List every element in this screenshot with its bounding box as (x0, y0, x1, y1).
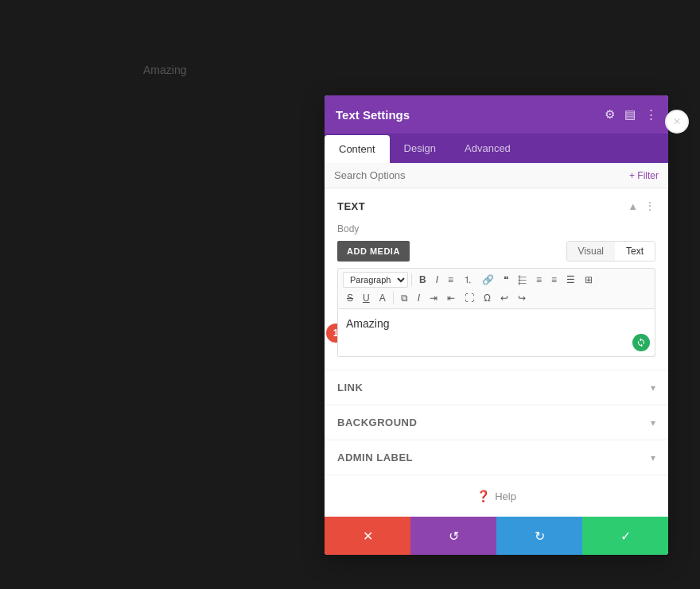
tab-design[interactable]: Design (390, 134, 450, 162)
background-chevron-icon: ▾ (651, 417, 655, 428)
text-section-header[interactable]: Text ▲ ⋮ (325, 188, 668, 223)
sync-badge (632, 334, 650, 351)
tab-content[interactable]: Content (325, 135, 390, 163)
text-section: Text ▲ ⋮ Body ADD MEDIA Visual Text (325, 188, 668, 370)
text-view-button[interactable]: Text (615, 242, 655, 261)
admin-label-section-header[interactable]: Admin Label ▾ (325, 440, 668, 475)
settings-icon[interactable]: ⚙ (605, 107, 615, 122)
admin-label-section: Admin Label ▾ (325, 440, 668, 475)
separator-1 (411, 273, 412, 286)
redo-button[interactable]: ↻ (496, 517, 582, 555)
canvas-area: Amazing (0, 0, 326, 589)
special-char-button[interactable]: Ω (480, 291, 495, 305)
filter-button[interactable]: + Filter (629, 170, 659, 181)
paste-button[interactable]: ⧉ (397, 291, 412, 305)
tab-advanced[interactable]: Advanced (450, 134, 525, 162)
view-toggle: Visual Text (566, 241, 655, 262)
search-input[interactable] (334, 169, 629, 181)
columns-icon[interactable]: ▤ (624, 107, 636, 122)
help-icon: ❓ (476, 490, 490, 502)
italic-button[interactable]: I (432, 273, 442, 287)
settings-panel: Text Settings ⚙ ▤ ⋮ Content Design Advan… (325, 95, 668, 555)
chevron-up-icon: ▲ (628, 200, 638, 212)
ul-button[interactable]: ≡ (444, 273, 457, 287)
admin-label-title: Admin Label (337, 451, 413, 463)
align-justify-button[interactable]: ☰ (562, 273, 579, 287)
table-button[interactable]: ⊞ (581, 273, 597, 287)
panel-footer: ✕ ↺ ↻ ✓ (325, 517, 668, 555)
separator-2 (393, 292, 394, 304)
help-area: ❓ Help (325, 475, 668, 517)
close-panel-button[interactable]: ✕ (665, 110, 689, 134)
visual-view-button[interactable]: Visual (567, 242, 615, 261)
undo-editor-button[interactable]: ↩ (496, 291, 512, 305)
panel-title: Text Settings (336, 108, 410, 122)
canvas-text: Amazing (143, 64, 186, 76)
editor-area[interactable]: Amazing (337, 309, 655, 357)
link-button[interactable]: 🔗 (478, 273, 498, 287)
link-section-header[interactable]: Link ▾ (325, 370, 668, 405)
background-section-header[interactable]: Background ▾ (325, 405, 668, 440)
background-section: Background ▾ (325, 405, 668, 440)
ol-button[interactable]: ⒈ (459, 273, 476, 287)
cancel-button[interactable]: ✕ (325, 517, 410, 555)
save-button[interactable]: ✓ (582, 517, 668, 555)
add-media-button[interactable]: ADD MEDIA (337, 241, 410, 262)
indent-button[interactable]: ⇥ (426, 291, 441, 305)
help-text[interactable]: Help (495, 490, 516, 502)
text-section-content: Body ADD MEDIA Visual Text Paragraph Hea… (325, 223, 668, 370)
background-section-title: Background (337, 417, 417, 428)
admin-label-chevron-icon: ▾ (651, 452, 655, 463)
italic2-button[interactable]: I (414, 291, 424, 305)
search-bar: + Filter (325, 163, 668, 188)
align-left-button[interactable]: ⬱ (514, 273, 531, 287)
fullscreen-button[interactable]: ⛶ (461, 291, 478, 305)
undo-button[interactable]: ↺ (410, 517, 496, 555)
text-section-title: Text (337, 200, 365, 212)
strikethrough-button[interactable]: S (343, 291, 357, 305)
editor-content[interactable]: Amazing (346, 317, 647, 330)
align-center-button[interactable]: ≡ (532, 273, 546, 287)
more-options-icon[interactable]: ⋮ (644, 200, 655, 212)
font-color-button[interactable]: A (375, 291, 390, 305)
panel-header-icons: ⚙ ▤ ⋮ (605, 107, 657, 122)
align-right-button[interactable]: ≡ (547, 273, 561, 287)
link-section-title: Link (337, 382, 363, 393)
toolbar-row-2: S U A ⧉ I ⇥ ⇤ ⛶ Ω ↩ ↪ (343, 291, 650, 305)
bold-button[interactable]: B (415, 273, 430, 287)
panel-tabs: Content Design Advanced (325, 134, 668, 163)
redo-editor-button[interactable]: ↪ (514, 291, 530, 305)
editor-toolbar: Paragraph Heading 1 Heading 2 B I ≡ ⒈ 🔗 … (337, 268, 655, 309)
quote-button[interactable]: ❝ (500, 273, 512, 287)
panel-body: Text ▲ ⋮ Body ADD MEDIA Visual Text (325, 188, 668, 517)
outdent-button[interactable]: ⇤ (443, 291, 459, 305)
toolbar-row-1: Paragraph Heading 1 Heading 2 B I ≡ ⒈ 🔗 … (343, 272, 650, 288)
underline-button[interactable]: U (359, 291, 374, 305)
editor-toolbar-top: ADD MEDIA Visual Text (337, 241, 655, 262)
link-section: Link ▾ (325, 370, 668, 405)
paragraph-select[interactable]: Paragraph Heading 1 Heading 2 (343, 272, 408, 288)
editor-area-wrap: 1 Amazing (337, 309, 655, 357)
body-label: Body (337, 223, 655, 234)
more-icon[interactable]: ⋮ (645, 107, 657, 122)
panel-header: Text Settings ⚙ ▤ ⋮ (325, 95, 668, 134)
link-chevron-icon: ▾ (651, 382, 655, 393)
text-section-actions: ▲ ⋮ (628, 200, 655, 212)
